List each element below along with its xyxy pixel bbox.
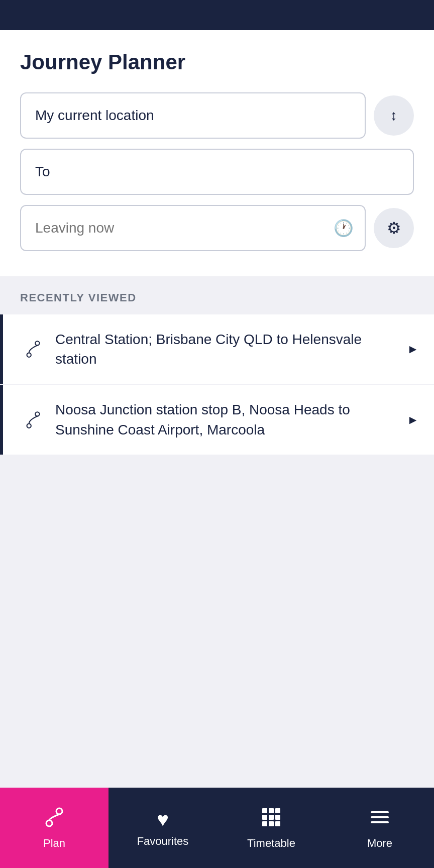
route-item-2[interactable]: Noosa Junction station stop B, Noosa Hea… — [0, 385, 434, 454]
page-title: Journey Planner — [20, 50, 414, 74]
svg-rect-7 — [269, 808, 274, 813]
svg-rect-6 — [262, 808, 267, 813]
svg-point-5 — [46, 820, 52, 826]
bottom-nav: Plan ♥ Favourites Timetable — [0, 788, 434, 868]
timetable-icon — [260, 806, 282, 833]
nav-item-more[interactable]: More — [325, 788, 434, 868]
swap-icon: ↕ — [390, 107, 397, 124]
settings-button[interactable]: ⚙ — [374, 208, 414, 248]
svg-rect-12 — [262, 821, 267, 826]
nav-label-more: More — [367, 837, 392, 850]
svg-rect-11 — [275, 815, 280, 820]
svg-rect-17 — [371, 821, 389, 823]
nav-label-plan: Plan — [43, 837, 65, 850]
nav-item-favourites[interactable]: ♥ Favourites — [108, 788, 217, 868]
to-field-row — [20, 149, 414, 195]
svg-rect-10 — [269, 815, 274, 820]
svg-point-4 — [56, 808, 62, 814]
plan-icon — [43, 806, 65, 833]
svg-point-2 — [35, 412, 39, 416]
more-icon — [369, 806, 391, 833]
svg-rect-14 — [275, 821, 280, 826]
route-icon-1 — [21, 337, 45, 361]
status-bar — [0, 0, 434, 30]
chevron-icon-1: ► — [407, 342, 419, 356]
from-input[interactable] — [20, 92, 366, 139]
svg-point-0 — [35, 341, 39, 345]
nav-label-favourites: Favourites — [137, 835, 189, 848]
time-input[interactable] — [20, 205, 366, 251]
recently-viewed-section: RECENTLY VIEWED Central Station; Brisban… — [0, 276, 434, 788]
route-text-2: Noosa Junction station stop B, Noosa Hea… — [55, 400, 397, 439]
from-field-row: ↕ — [20, 92, 414, 139]
svg-rect-16 — [371, 816, 389, 818]
swap-button[interactable]: ↕ — [374, 95, 414, 136]
nav-label-timetable: Timetable — [247, 837, 295, 850]
svg-point-3 — [27, 423, 31, 427]
svg-rect-15 — [371, 811, 389, 813]
to-input[interactable] — [20, 149, 414, 195]
route-icon-2 — [21, 408, 45, 432]
svg-point-1 — [27, 353, 31, 357]
favourites-icon: ♥ — [157, 808, 169, 831]
svg-rect-13 — [269, 821, 274, 826]
time-input-wrapper: 🕐 — [20, 205, 366, 251]
svg-rect-8 — [275, 808, 280, 813]
nav-item-timetable[interactable]: Timetable — [217, 788, 325, 868]
settings-icon: ⚙ — [387, 219, 401, 238]
route-text-1: Central Station; Brisbane City QLD to He… — [55, 330, 397, 369]
nav-item-plan[interactable]: Plan — [0, 788, 108, 868]
route-item[interactable]: Central Station; Brisbane City QLD to He… — [0, 314, 434, 384]
recently-viewed-label: RECENTLY VIEWED — [0, 291, 434, 314]
chevron-icon-2: ► — [407, 413, 419, 427]
svg-rect-9 — [262, 815, 267, 820]
main-content: Journey Planner ↕ 🕐 ⚙ — [0, 30, 434, 276]
time-field-row: 🕐 ⚙ — [20, 205, 414, 251]
